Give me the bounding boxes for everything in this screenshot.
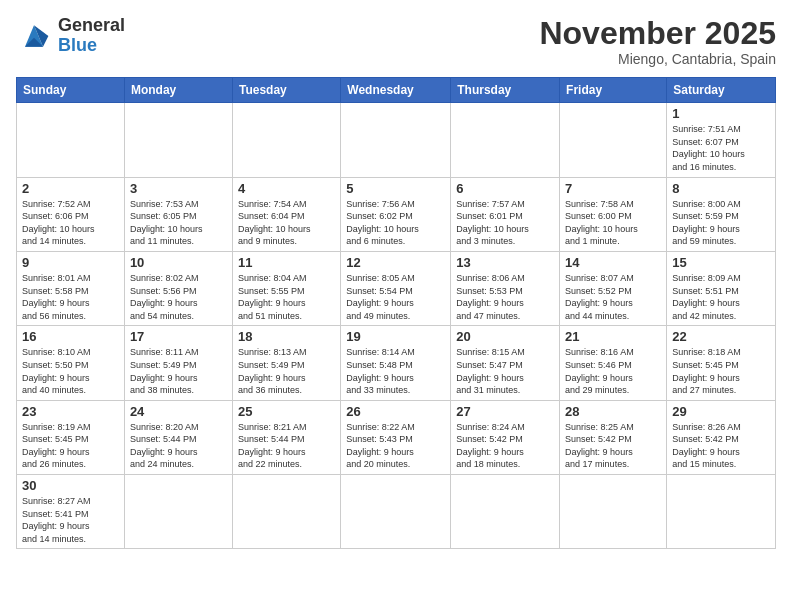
day-cell xyxy=(341,475,451,549)
week-row-1: 1Sunrise: 7:51 AM Sunset: 6:07 PM Daylig… xyxy=(17,103,776,177)
day-info: Sunrise: 7:51 AM Sunset: 6:07 PM Dayligh… xyxy=(672,123,770,173)
day-cell: 13Sunrise: 8:06 AM Sunset: 5:53 PM Dayli… xyxy=(451,251,560,325)
day-cell: 15Sunrise: 8:09 AM Sunset: 5:51 PM Dayli… xyxy=(667,251,776,325)
day-cell: 30Sunrise: 8:27 AM Sunset: 5:41 PM Dayli… xyxy=(17,475,125,549)
weekday-header-wednesday: Wednesday xyxy=(341,78,451,103)
day-number: 14 xyxy=(565,255,661,270)
day-info: Sunrise: 7:54 AM Sunset: 6:04 PM Dayligh… xyxy=(238,198,335,248)
day-info: Sunrise: 8:05 AM Sunset: 5:54 PM Dayligh… xyxy=(346,272,445,322)
day-number: 4 xyxy=(238,181,335,196)
location: Miengo, Cantabria, Spain xyxy=(539,51,776,67)
day-cell xyxy=(560,475,667,549)
day-info: Sunrise: 8:24 AM Sunset: 5:42 PM Dayligh… xyxy=(456,421,554,471)
day-cell: 20Sunrise: 8:15 AM Sunset: 5:47 PM Dayli… xyxy=(451,326,560,400)
day-cell: 1Sunrise: 7:51 AM Sunset: 6:07 PM Daylig… xyxy=(667,103,776,177)
day-cell: 24Sunrise: 8:20 AM Sunset: 5:44 PM Dayli… xyxy=(124,400,232,474)
day-cell: 6Sunrise: 7:57 AM Sunset: 6:01 PM Daylig… xyxy=(451,177,560,251)
day-info: Sunrise: 8:02 AM Sunset: 5:56 PM Dayligh… xyxy=(130,272,227,322)
day-cell: 29Sunrise: 8:26 AM Sunset: 5:42 PM Dayli… xyxy=(667,400,776,474)
day-cell xyxy=(124,103,232,177)
week-row-4: 16Sunrise: 8:10 AM Sunset: 5:50 PM Dayli… xyxy=(17,326,776,400)
day-info: Sunrise: 8:13 AM Sunset: 5:49 PM Dayligh… xyxy=(238,346,335,396)
day-cell: 12Sunrise: 8:05 AM Sunset: 5:54 PM Dayli… xyxy=(341,251,451,325)
day-info: Sunrise: 8:09 AM Sunset: 5:51 PM Dayligh… xyxy=(672,272,770,322)
day-number: 27 xyxy=(456,404,554,419)
day-cell: 2Sunrise: 7:52 AM Sunset: 6:06 PM Daylig… xyxy=(17,177,125,251)
page: General Blue November 2025 Miengo, Canta… xyxy=(0,0,792,612)
day-info: Sunrise: 8:04 AM Sunset: 5:55 PM Dayligh… xyxy=(238,272,335,322)
day-number: 5 xyxy=(346,181,445,196)
weekday-header-tuesday: Tuesday xyxy=(232,78,340,103)
week-row-2: 2Sunrise: 7:52 AM Sunset: 6:06 PM Daylig… xyxy=(17,177,776,251)
day-info: Sunrise: 8:19 AM Sunset: 5:45 PM Dayligh… xyxy=(22,421,119,471)
day-cell: 21Sunrise: 8:16 AM Sunset: 5:46 PM Dayli… xyxy=(560,326,667,400)
day-info: Sunrise: 8:15 AM Sunset: 5:47 PM Dayligh… xyxy=(456,346,554,396)
logo-text: General Blue xyxy=(58,16,125,56)
day-info: Sunrise: 7:57 AM Sunset: 6:01 PM Dayligh… xyxy=(456,198,554,248)
day-info: Sunrise: 7:52 AM Sunset: 6:06 PM Dayligh… xyxy=(22,198,119,248)
weekday-header-sunday: Sunday xyxy=(17,78,125,103)
month-title: November 2025 xyxy=(539,16,776,51)
day-cell: 18Sunrise: 8:13 AM Sunset: 5:49 PM Dayli… xyxy=(232,326,340,400)
day-number: 30 xyxy=(22,478,119,493)
day-cell xyxy=(232,103,340,177)
day-info: Sunrise: 8:11 AM Sunset: 5:49 PM Dayligh… xyxy=(130,346,227,396)
day-number: 20 xyxy=(456,329,554,344)
day-cell: 26Sunrise: 8:22 AM Sunset: 5:43 PM Dayli… xyxy=(341,400,451,474)
week-row-3: 9Sunrise: 8:01 AM Sunset: 5:58 PM Daylig… xyxy=(17,251,776,325)
week-row-5: 23Sunrise: 8:19 AM Sunset: 5:45 PM Dayli… xyxy=(17,400,776,474)
day-number: 13 xyxy=(456,255,554,270)
day-info: Sunrise: 8:00 AM Sunset: 5:59 PM Dayligh… xyxy=(672,198,770,248)
day-number: 22 xyxy=(672,329,770,344)
day-cell: 23Sunrise: 8:19 AM Sunset: 5:45 PM Dayli… xyxy=(17,400,125,474)
calendar: SundayMondayTuesdayWednesdayThursdayFrid… xyxy=(16,77,776,549)
day-number: 3 xyxy=(130,181,227,196)
day-number: 2 xyxy=(22,181,119,196)
day-info: Sunrise: 8:18 AM Sunset: 5:45 PM Dayligh… xyxy=(672,346,770,396)
weekday-header-saturday: Saturday xyxy=(667,78,776,103)
day-number: 29 xyxy=(672,404,770,419)
day-info: Sunrise: 8:25 AM Sunset: 5:42 PM Dayligh… xyxy=(565,421,661,471)
day-number: 26 xyxy=(346,404,445,419)
day-cell xyxy=(667,475,776,549)
day-cell: 8Sunrise: 8:00 AM Sunset: 5:59 PM Daylig… xyxy=(667,177,776,251)
weekday-header-friday: Friday xyxy=(560,78,667,103)
day-info: Sunrise: 8:21 AM Sunset: 5:44 PM Dayligh… xyxy=(238,421,335,471)
day-number: 7 xyxy=(565,181,661,196)
day-number: 24 xyxy=(130,404,227,419)
day-info: Sunrise: 8:10 AM Sunset: 5:50 PM Dayligh… xyxy=(22,346,119,396)
day-cell: 9Sunrise: 8:01 AM Sunset: 5:58 PM Daylig… xyxy=(17,251,125,325)
day-cell: 10Sunrise: 8:02 AM Sunset: 5:56 PM Dayli… xyxy=(124,251,232,325)
day-cell: 3Sunrise: 7:53 AM Sunset: 6:05 PM Daylig… xyxy=(124,177,232,251)
day-number: 21 xyxy=(565,329,661,344)
day-cell xyxy=(451,103,560,177)
day-cell: 19Sunrise: 8:14 AM Sunset: 5:48 PM Dayli… xyxy=(341,326,451,400)
day-cell xyxy=(124,475,232,549)
day-number: 19 xyxy=(346,329,445,344)
day-cell xyxy=(17,103,125,177)
day-cell xyxy=(560,103,667,177)
weekday-header-thursday: Thursday xyxy=(451,78,560,103)
weekday-header-row: SundayMondayTuesdayWednesdayThursdayFrid… xyxy=(17,78,776,103)
day-info: Sunrise: 7:56 AM Sunset: 6:02 PM Dayligh… xyxy=(346,198,445,248)
day-info: Sunrise: 8:16 AM Sunset: 5:46 PM Dayligh… xyxy=(565,346,661,396)
day-info: Sunrise: 7:53 AM Sunset: 6:05 PM Dayligh… xyxy=(130,198,227,248)
header: General Blue November 2025 Miengo, Canta… xyxy=(16,16,776,67)
day-cell: 11Sunrise: 8:04 AM Sunset: 5:55 PM Dayli… xyxy=(232,251,340,325)
day-number: 1 xyxy=(672,106,770,121)
day-number: 11 xyxy=(238,255,335,270)
week-row-6: 30Sunrise: 8:27 AM Sunset: 5:41 PM Dayli… xyxy=(17,475,776,549)
day-info: Sunrise: 8:01 AM Sunset: 5:58 PM Dayligh… xyxy=(22,272,119,322)
day-cell: 28Sunrise: 8:25 AM Sunset: 5:42 PM Dayli… xyxy=(560,400,667,474)
day-number: 23 xyxy=(22,404,119,419)
day-number: 8 xyxy=(672,181,770,196)
day-cell: 25Sunrise: 8:21 AM Sunset: 5:44 PM Dayli… xyxy=(232,400,340,474)
day-number: 12 xyxy=(346,255,445,270)
day-number: 18 xyxy=(238,329,335,344)
day-cell: 16Sunrise: 8:10 AM Sunset: 5:50 PM Dayli… xyxy=(17,326,125,400)
day-number: 16 xyxy=(22,329,119,344)
day-cell xyxy=(451,475,560,549)
day-info: Sunrise: 8:14 AM Sunset: 5:48 PM Dayligh… xyxy=(346,346,445,396)
day-info: Sunrise: 8:27 AM Sunset: 5:41 PM Dayligh… xyxy=(22,495,119,545)
weekday-header-monday: Monday xyxy=(124,78,232,103)
